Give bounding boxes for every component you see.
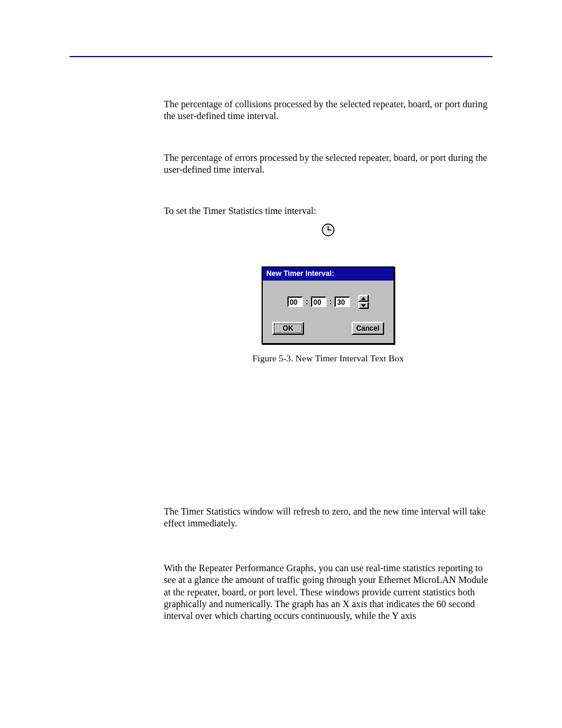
dialog-title: New Timer Interval: [263, 268, 394, 281]
figure-caption: Figure 5-3. New Timer Interval Text Box [164, 353, 492, 364]
time-separator: : [305, 297, 309, 307]
spinner-up-button[interactable] [358, 295, 369, 302]
svg-marker-6 [361, 304, 366, 307]
ok-button[interactable]: OK [272, 322, 304, 335]
paragraph-performance-graphs: With the Repeater Performance Graphs, yo… [164, 562, 492, 622]
svg-point-4 [328, 229, 329, 230]
minutes-field[interactable]: 00 [311, 297, 326, 307]
paragraph-collisions: The percentage of collisions processed b… [164, 98, 492, 123]
header-rule [70, 56, 492, 57]
spinner-control [358, 295, 369, 309]
hours-field[interactable]: 00 [287, 297, 303, 307]
time-separator: : [329, 297, 332, 307]
time-input-row: 00 : 00 : 30 [271, 295, 385, 309]
svg-marker-5 [361, 297, 366, 300]
paragraph-refresh: The Timer Statistics window will refresh… [164, 506, 492, 530]
cancel-button[interactable]: Cancel [352, 322, 384, 335]
seconds-field[interactable]: 30 [335, 297, 350, 307]
spinner-down-button[interactable] [358, 302, 369, 309]
clock-icon [321, 223, 335, 237]
paragraph-errors: The percentage of errors processed by th… [164, 152, 492, 176]
instruction-text: To set the Timer Statistics time interva… [164, 205, 492, 217]
new-timer-interval-dialog: New Timer Interval: 00 : 00 : 30 [262, 266, 395, 345]
